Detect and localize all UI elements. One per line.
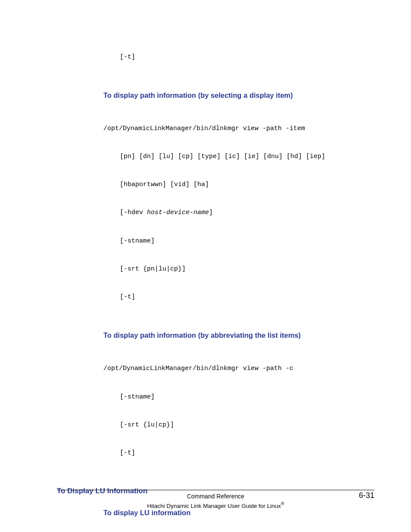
heading-path-abbrev: To display path information (by abbrevia…: [103, 331, 374, 340]
footer-guide: Hitachi Dynamic Link Manager User Guide …: [57, 501, 374, 509]
code-line: [-stname]: [120, 392, 374, 402]
code-line: [-stname]: [120, 236, 374, 246]
code-line: /opt/DynamicLinkManager/bin/dlnkmgr view…: [103, 364, 374, 373]
code-block-0: [-t]: [103, 34, 374, 81]
code-line: [hbaportwwn] [vid] [ha]: [120, 180, 374, 190]
heading-lu-info: To display LU information: [103, 508, 374, 517]
code-line: [-t]: [120, 292, 374, 302]
footer-divider: [57, 490, 374, 490]
code-line: [-srt {pn|lu|cp}]: [120, 264, 374, 274]
code-line: [-srt {lu|cp}]: [120, 420, 374, 430]
code-line: [-t]: [120, 448, 374, 458]
heading-path-item: To display path information (by selectin…: [103, 91, 374, 100]
code-block-1: /opt/DynamicLinkManager/bin/dlnkmgr view…: [103, 105, 374, 320]
code-line: [-t]: [120, 53, 374, 62]
code-block-3: /opt/DynamicLinkManager/bin/dlnkmgr view…: [103, 523, 374, 532]
code-line: [-hdev host-device-name]: [120, 208, 374, 218]
footer-chapter: Command Reference: [187, 493, 244, 500]
code-line: [pn] [dn] [lu] [cp] [type] [ic] [ie] [dn…: [120, 152, 374, 162]
page-footer: Command Reference 6-31 Hitachi Dynamic L…: [57, 490, 374, 509]
code-line: /opt/DynamicLinkManager/bin/dlnkmgr view…: [103, 124, 374, 134]
footer-page-number: 6-31: [359, 491, 374, 500]
code-block-2: /opt/DynamicLinkManager/bin/dlnkmgr view…: [103, 345, 374, 477]
